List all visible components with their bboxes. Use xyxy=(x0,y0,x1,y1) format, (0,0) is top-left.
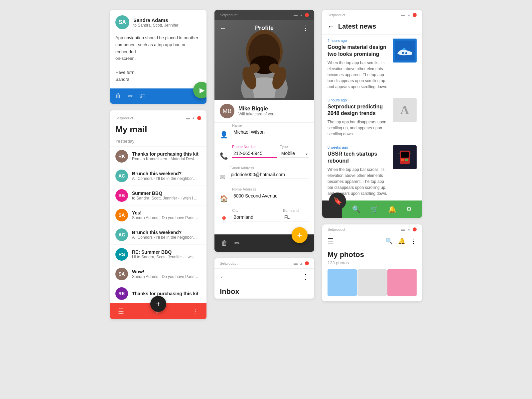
setproduct-label: Setproduct xyxy=(115,116,133,120)
edit-icon[interactable]: ✏ xyxy=(128,92,133,100)
mail-avatar-1: RK xyxy=(115,150,128,163)
state-field-group: Bormland xyxy=(283,208,309,221)
inbox-setproduct-label: Setproduct xyxy=(220,261,237,265)
profile-bottom-bar: 🗑 ✏ + xyxy=(214,234,314,252)
photo-1[interactable] xyxy=(328,269,357,296)
mail-avatar-7: SA xyxy=(115,268,128,280)
mail-item-title-7: Wow! xyxy=(132,269,201,274)
tag-icon[interactable]: 🏷 xyxy=(140,92,146,99)
news-status-icons: ▬ ▲ xyxy=(401,13,417,17)
inbox-back-button[interactable]: ← xyxy=(220,273,226,281)
phone-fields: Phone Number Type Mobile Home Work ▾ xyxy=(232,144,309,158)
photos-bell-icon[interactable]: 🔔 xyxy=(398,237,405,245)
column-news-photos: Setproduct ▬ ▲ ← Latest news 2 hours ago… xyxy=(322,10,422,301)
photos-battery-icon xyxy=(413,227,417,231)
bottom-menu-icon[interactable]: ☰ xyxy=(118,307,124,315)
profile-person-sub: Will take care of you xyxy=(238,112,274,116)
city-fields: City Bormland xyxy=(232,208,309,221)
news-settings-icon[interactable]: ⚙ xyxy=(406,205,412,213)
send-icon: ▶ xyxy=(200,86,204,94)
photos-grid xyxy=(322,269,422,301)
news-bottom-actions: 🔍 🛒 🔔 ⚙ xyxy=(342,200,422,218)
news-title: Latest news xyxy=(338,23,376,30)
battery-icon xyxy=(197,116,201,120)
photos-more-icon[interactable]: ⋮ xyxy=(411,237,417,245)
sender-avatar: SA xyxy=(115,15,129,29)
photos-menu-icon[interactable]: ☰ xyxy=(328,237,333,245)
news-item-2[interactable]: 3 hours ago Setproduct predicting 2048 d… xyxy=(322,94,422,141)
mail-item-title-2: Brunch this weekend? xyxy=(132,171,201,176)
mail-item-preview-3: to Sandra, Scott, Jennifer - I wish I ..… xyxy=(132,196,199,200)
city-input[interactable] xyxy=(232,208,280,221)
email-body-line5: Have fu*n! xyxy=(115,70,136,75)
news-cart-icon[interactable]: 🛒 xyxy=(370,205,378,213)
news-time-2: 3 hours ago xyxy=(328,98,389,102)
news-time-1: 2 hours ago xyxy=(328,39,389,43)
news-item-3[interactable]: 8 weeks ago USSR tech startups rebound W… xyxy=(322,141,422,200)
mail-item-3[interactable]: SB Summer BBQ to Sandra, Scott, Jennifer… xyxy=(110,186,206,205)
news-back-button[interactable]: ← xyxy=(328,23,334,30)
name-input[interactable] xyxy=(232,123,309,136)
mail-item-6[interactable]: RS RE: Summer BBQ Hi to Sandra, Scott, J… xyxy=(110,244,206,264)
phone-field-group: Phone Number xyxy=(232,144,277,158)
mail-item-title-3: Summer BBQ xyxy=(132,191,201,196)
inbox-card: Setproduct ▬ ▲ ← ⋮ Inbox xyxy=(214,258,314,299)
photo-2[interactable] xyxy=(357,269,387,296)
profile-delete-icon[interactable]: 🗑 xyxy=(221,239,228,247)
city-field-group: City xyxy=(232,208,280,221)
news-item-1[interactable]: 2 hours ago Google material design two l… xyxy=(322,34,422,94)
profile-more-button[interactable]: ⋮ xyxy=(302,24,309,32)
profile-top-nav: ← Profile ⋮ xyxy=(214,20,314,36)
send-fab[interactable]: ▶ xyxy=(193,82,206,98)
profile-setproduct-label: Setproduct xyxy=(220,13,237,17)
profile-card: Setproduct ▬ ▲ xyxy=(214,10,314,252)
news-thumb-shoe-svg xyxy=(395,41,415,61)
news-item-body-1: When the top app bar scrolls, its elevat… xyxy=(328,60,389,90)
mail-item-5[interactable]: AC Brunch this weekend? Ali Connors - I'… xyxy=(110,225,206,244)
inbox-header-bar: Setproduct ▬ ▲ xyxy=(214,258,314,269)
news-bookmark-fab[interactable]: 🔖 xyxy=(329,193,346,210)
profile-avatar-sm: MB xyxy=(220,104,234,118)
inbox-more-button[interactable]: ⋮ xyxy=(302,273,309,281)
mail-item-title-8: Thanks for purchasing this kit xyxy=(132,291,201,296)
mail-item-title-1: Thanks for purchasing this kit xyxy=(132,151,201,157)
svg-point-9 xyxy=(402,52,404,54)
news-search-icon[interactable]: 🔍 xyxy=(352,205,360,213)
news-card: Setproduct ▬ ▲ ← Latest news 2 hours ago… xyxy=(322,10,422,218)
email-body: App navigation should be placed in anoth… xyxy=(110,35,206,88)
bottom-more-icon[interactable]: ⋮ xyxy=(192,307,199,315)
news-item-body-2: The top app bar disappears upon scrollin… xyxy=(328,119,389,137)
photos-card: Setproduct ▬ ▲ ☰ 🔍 🔔 ⋮ My photos 123 pho… xyxy=(322,224,422,301)
mail-item-1[interactable]: RK Thanks for purchasing this kit Roman … xyxy=(110,146,206,166)
mail-bottom-bar: ☰ + ⌕ ⋮ xyxy=(110,303,206,319)
profile-person-name: Mike Biggie xyxy=(238,106,274,112)
mail-item-preview-6: Hi to Sandra, Scott, Jennifer - I wish I… xyxy=(132,255,199,259)
mail-title: My mail xyxy=(110,123,206,137)
profile-edit-icon[interactable]: ✏ xyxy=(234,239,240,247)
news-bell-icon[interactable]: 🔔 xyxy=(388,205,396,213)
add-icon: + xyxy=(156,299,161,309)
add-fab[interactable]: + xyxy=(150,296,166,312)
profile-back-button[interactable]: ← xyxy=(220,24,226,32)
sender-info: Sandra Adams to Sandra, Scott, Jennifer xyxy=(133,17,178,28)
mail-item-2[interactable]: AC Brunch this weekend? Ali Connors - I'… xyxy=(110,166,206,186)
news-thumb-1 xyxy=(393,39,417,63)
mail-section-yesterday: Yesterday xyxy=(110,137,206,146)
delete-icon[interactable]: 🗑 xyxy=(115,92,121,99)
profile-signal-icon: ▬ xyxy=(294,13,298,17)
mail-avatar-6: RS xyxy=(115,248,128,261)
person-icon: 👤 xyxy=(220,131,228,139)
profile-battery-icon xyxy=(305,13,309,17)
mail-avatar-5: AC xyxy=(115,228,128,241)
mail-item-4[interactable]: SA Yes! Sandra Adams - Do you have Paris… xyxy=(110,205,206,225)
mail-item-7[interactable]: SA Wow! Sandra Adams - Do you have Paris… xyxy=(110,264,206,284)
news-time-3: 8 weeks ago xyxy=(328,145,389,149)
news-bottom-bar: 🔖 🔍 🛒 🔔 ⚙ xyxy=(322,200,422,218)
profile-add-fab[interactable]: + xyxy=(292,227,308,243)
photos-search-icon[interactable]: 🔍 xyxy=(385,237,393,245)
home-icon: 🏠 xyxy=(220,195,228,202)
type-field-group: Type Mobile Home Work ▾ xyxy=(280,144,309,158)
photos-header-bar: Setproduct ▬ ▲ xyxy=(322,224,422,234)
photo-3[interactable] xyxy=(387,269,417,296)
state-label: Bormland xyxy=(283,208,299,212)
